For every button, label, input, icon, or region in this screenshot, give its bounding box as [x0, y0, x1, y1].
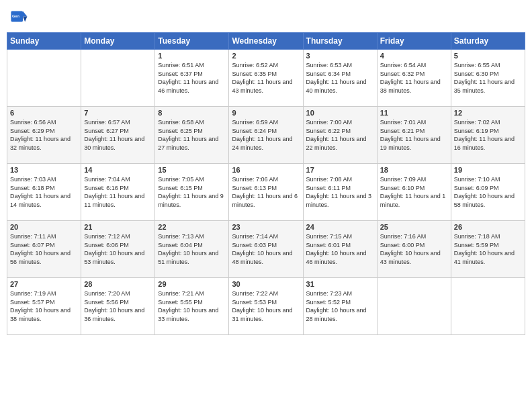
day-detail: Sunrise: 7:13 AM Sunset: 6:04 PM Dayligh… — [158, 232, 226, 266]
day-detail: Sunrise: 6:58 AM Sunset: 6:25 PM Dayligh… — [158, 118, 226, 152]
col-header-sunday: Sunday — [7, 33, 81, 50]
day-detail: Sunrise: 6:55 AM Sunset: 6:30 PM Dayligh… — [454, 61, 522, 95]
day-detail: Sunrise: 6:54 AM Sunset: 6:32 PM Dayligh… — [380, 61, 448, 95]
day-detail: Sunrise: 6:56 AM Sunset: 6:29 PM Dayligh… — [10, 118, 78, 152]
col-header-wednesday: Wednesday — [229, 33, 303, 50]
calendar-cell: 4Sunrise: 6:54 AM Sunset: 6:32 PM Daylig… — [377, 50, 451, 107]
page: Gen SundayMondayTuesdayWednesdayThursday… — [0, 0, 532, 411]
calendar-cell: 17Sunrise: 7:08 AM Sunset: 6:11 PM Dayli… — [303, 164, 377, 221]
svg-marker-1 — [23, 16, 27, 21]
calendar-cell: 24Sunrise: 7:15 AM Sunset: 6:01 PM Dayli… — [303, 221, 377, 278]
calendar-cell: 23Sunrise: 7:14 AM Sunset: 6:03 PM Dayli… — [229, 221, 303, 278]
day-detail: Sunrise: 7:02 AM Sunset: 6:19 PM Dayligh… — [454, 118, 522, 152]
day-number: 24 — [306, 223, 374, 231]
col-header-thursday: Thursday — [303, 33, 377, 50]
day-detail: Sunrise: 7:18 AM Sunset: 5:59 PM Dayligh… — [454, 232, 522, 266]
day-detail: Sunrise: 7:10 AM Sunset: 6:09 PM Dayligh… — [454, 175, 522, 209]
day-number: 4 — [380, 52, 448, 60]
calendar-cell: 31Sunrise: 7:23 AM Sunset: 5:52 PM Dayli… — [303, 278, 377, 335]
col-header-friday: Friday — [377, 33, 451, 50]
calendar-cell — [377, 278, 451, 335]
col-header-tuesday: Tuesday — [155, 33, 229, 50]
calendar-cell: 5Sunrise: 6:55 AM Sunset: 6:30 PM Daylig… — [451, 50, 525, 107]
day-number: 19 — [454, 166, 522, 174]
day-number: 2 — [232, 52, 300, 60]
day-number: 13 — [10, 166, 78, 174]
logo-icon: Gen — [7, 7, 28, 28]
day-number: 16 — [232, 166, 300, 174]
calendar-cell — [81, 50, 155, 107]
calendar-cell — [451, 278, 525, 335]
day-number: 25 — [380, 223, 448, 231]
calendar-cell: 14Sunrise: 7:04 AM Sunset: 6:16 PM Dayli… — [81, 164, 155, 221]
day-number: 22 — [158, 223, 226, 231]
day-detail: Sunrise: 7:22 AM Sunset: 5:53 PM Dayligh… — [232, 289, 300, 323]
calendar-week-row: 1Sunrise: 6:51 AM Sunset: 6:37 PM Daylig… — [7, 50, 525, 107]
calendar-cell: 9Sunrise: 6:59 AM Sunset: 6:24 PM Daylig… — [229, 107, 303, 164]
day-number: 14 — [84, 166, 152, 174]
calendar-table: SundayMondayTuesdayWednesdayThursdayFrid… — [7, 32, 525, 335]
day-detail: Sunrise: 7:08 AM Sunset: 6:11 PM Dayligh… — [306, 175, 374, 209]
calendar-cell: 19Sunrise: 7:10 AM Sunset: 6:09 PM Dayli… — [451, 164, 525, 221]
calendar-cell: 3Sunrise: 6:53 AM Sunset: 6:34 PM Daylig… — [303, 50, 377, 107]
day-number: 28 — [84, 280, 152, 288]
calendar-cell: 28Sunrise: 7:20 AM Sunset: 5:56 PM Dayli… — [81, 278, 155, 335]
svg-text:Gen: Gen — [12, 14, 19, 18]
day-number: 17 — [306, 166, 374, 174]
calendar-week-row: 13Sunrise: 7:03 AM Sunset: 6:18 PM Dayli… — [7, 164, 525, 221]
calendar-cell: 27Sunrise: 7:19 AM Sunset: 5:57 PM Dayli… — [7, 278, 81, 335]
day-number: 31 — [306, 280, 374, 288]
day-number: 7 — [84, 109, 152, 117]
day-number: 8 — [158, 109, 226, 117]
day-number: 15 — [158, 166, 226, 174]
day-number: 30 — [232, 280, 300, 288]
day-number: 5 — [454, 52, 522, 60]
day-detail: Sunrise: 7:19 AM Sunset: 5:57 PM Dayligh… — [10, 289, 78, 323]
calendar-cell: 13Sunrise: 7:03 AM Sunset: 6:18 PM Dayli… — [7, 164, 81, 221]
calendar-cell: 8Sunrise: 6:58 AM Sunset: 6:25 PM Daylig… — [155, 107, 229, 164]
day-detail: Sunrise: 7:12 AM Sunset: 6:06 PM Dayligh… — [84, 232, 152, 266]
day-number: 21 — [84, 223, 152, 231]
day-number: 10 — [306, 109, 374, 117]
day-number: 20 — [10, 223, 78, 231]
calendar-cell: 6Sunrise: 6:56 AM Sunset: 6:29 PM Daylig… — [7, 107, 81, 164]
day-detail: Sunrise: 7:20 AM Sunset: 5:56 PM Dayligh… — [84, 289, 152, 323]
day-number: 18 — [380, 166, 448, 174]
calendar-week-row: 20Sunrise: 7:11 AM Sunset: 6:07 PM Dayli… — [7, 221, 525, 278]
calendar-cell: 20Sunrise: 7:11 AM Sunset: 6:07 PM Dayli… — [7, 221, 81, 278]
col-header-saturday: Saturday — [451, 33, 525, 50]
day-detail: Sunrise: 6:52 AM Sunset: 6:35 PM Dayligh… — [232, 61, 300, 95]
calendar-cell: 7Sunrise: 6:57 AM Sunset: 6:27 PM Daylig… — [81, 107, 155, 164]
day-number: 26 — [454, 223, 522, 231]
day-number: 29 — [158, 280, 226, 288]
logo: Gen — [7, 7, 31, 28]
calendar-cell — [7, 50, 81, 107]
day-number: 12 — [454, 109, 522, 117]
calendar-cell: 15Sunrise: 7:05 AM Sunset: 6:15 PM Dayli… — [155, 164, 229, 221]
calendar-cell: 1Sunrise: 6:51 AM Sunset: 6:37 PM Daylig… — [155, 50, 229, 107]
day-number: 3 — [306, 52, 374, 60]
day-number: 27 — [10, 280, 78, 288]
header: Gen — [7, 7, 525, 28]
calendar-cell: 30Sunrise: 7:22 AM Sunset: 5:53 PM Dayli… — [229, 278, 303, 335]
day-detail: Sunrise: 7:00 AM Sunset: 6:22 PM Dayligh… — [306, 118, 374, 152]
day-detail: Sunrise: 7:01 AM Sunset: 6:21 PM Dayligh… — [380, 118, 448, 152]
day-number: 11 — [380, 109, 448, 117]
calendar-cell: 29Sunrise: 7:21 AM Sunset: 5:55 PM Dayli… — [155, 278, 229, 335]
day-detail: Sunrise: 7:14 AM Sunset: 6:03 PM Dayligh… — [232, 232, 300, 266]
col-header-monday: Monday — [81, 33, 155, 50]
calendar-week-row: 6Sunrise: 6:56 AM Sunset: 6:29 PM Daylig… — [7, 107, 525, 164]
svg-marker-0 — [23, 11, 27, 16]
day-number: 1 — [158, 52, 226, 60]
calendar-cell: 2Sunrise: 6:52 AM Sunset: 6:35 PM Daylig… — [229, 50, 303, 107]
day-detail: Sunrise: 7:03 AM Sunset: 6:18 PM Dayligh… — [10, 175, 78, 209]
day-detail: Sunrise: 7:21 AM Sunset: 5:55 PM Dayligh… — [158, 289, 226, 323]
calendar-cell: 12Sunrise: 7:02 AM Sunset: 6:19 PM Dayli… — [451, 107, 525, 164]
day-detail: Sunrise: 6:59 AM Sunset: 6:24 PM Dayligh… — [232, 118, 300, 152]
day-detail: Sunrise: 7:16 AM Sunset: 6:00 PM Dayligh… — [380, 232, 448, 266]
day-detail: Sunrise: 7:11 AM Sunset: 6:07 PM Dayligh… — [10, 232, 78, 266]
day-detail: Sunrise: 7:05 AM Sunset: 6:15 PM Dayligh… — [158, 175, 226, 209]
day-detail: Sunrise: 6:57 AM Sunset: 6:27 PM Dayligh… — [84, 118, 152, 152]
day-number: 6 — [10, 109, 78, 117]
calendar-cell: 22Sunrise: 7:13 AM Sunset: 6:04 PM Dayli… — [155, 221, 229, 278]
